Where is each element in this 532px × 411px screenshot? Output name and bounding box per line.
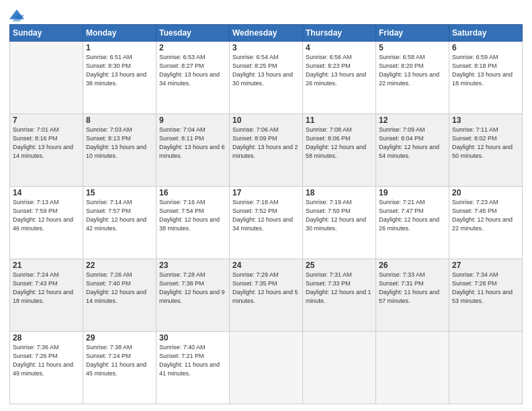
day-info: Sunrise: 7:01 AMSunset: 8:16 PMDaylight:… [13, 126, 80, 161]
calendar-week-row: 14Sunrise: 7:13 AMSunset: 7:59 PMDayligh… [10, 187, 523, 259]
day-number: 26 [379, 261, 446, 270]
day-info: Sunrise: 7:33 AMSunset: 7:31 PMDaylight:… [379, 271, 446, 306]
calendar-day-cell: 19Sunrise: 7:21 AMSunset: 7:47 PMDayligh… [376, 187, 449, 259]
calendar-day-cell: 1Sunrise: 6:51 AMSunset: 8:30 PMDaylight… [83, 42, 157, 114]
calendar-day-cell: 15Sunrise: 7:14 AMSunset: 7:57 PMDayligh… [83, 187, 157, 259]
day-number: 5 [379, 43, 446, 52]
calendar-week-row: 7Sunrise: 7:01 AMSunset: 8:16 PMDaylight… [10, 114, 523, 187]
day-info: Sunrise: 6:59 AMSunset: 8:18 PMDaylight:… [452, 53, 519, 88]
calendar-day-cell: 23Sunrise: 7:28 AMSunset: 7:38 PMDayligh… [157, 259, 230, 332]
day-number: 2 [159, 43, 226, 52]
calendar-week-row: 21Sunrise: 7:24 AMSunset: 7:43 PMDayligh… [10, 259, 523, 332]
calendar-day-cell: 5Sunrise: 6:58 AMSunset: 8:20 PMDaylight… [376, 42, 449, 114]
calendar-day-cell: 30Sunrise: 7:40 AMSunset: 7:21 PMDayligh… [157, 332, 230, 404]
day-info: Sunrise: 7:03 AMSunset: 8:13 PMDaylight:… [86, 126, 153, 161]
day-number: 8 [86, 116, 153, 125]
calendar-day-cell: 27Sunrise: 7:34 AMSunset: 7:28 PMDayligh… [449, 259, 523, 332]
calendar-day-cell: 26Sunrise: 7:33 AMSunset: 7:31 PMDayligh… [376, 259, 449, 332]
day-number: 25 [306, 261, 373, 270]
day-info: Sunrise: 7:21 AMSunset: 7:47 PMDaylight:… [379, 198, 446, 233]
day-number: 23 [159, 261, 226, 270]
day-info: Sunrise: 6:54 AMSunset: 8:25 PMDaylight:… [232, 53, 300, 88]
logo [9, 9, 26, 21]
weekday-header-friday: Friday [376, 25, 449, 42]
day-info: Sunrise: 7:23 AMSunset: 7:45 PMDaylight:… [452, 198, 519, 233]
calendar-day-cell [449, 332, 523, 404]
day-number: 12 [379, 116, 446, 125]
day-number: 10 [232, 116, 300, 125]
day-info: Sunrise: 7:13 AMSunset: 7:59 PMDaylight:… [13, 198, 80, 233]
day-info: Sunrise: 7:08 AMSunset: 8:06 PMDaylight:… [306, 126, 373, 161]
day-info: Sunrise: 7:31 AMSunset: 7:33 PMDaylight:… [306, 271, 373, 306]
weekday-header-monday: Monday [83, 25, 157, 42]
calendar-day-cell: 24Sunrise: 7:29 AMSunset: 7:35 PMDayligh… [230, 259, 303, 332]
day-number: 14 [13, 188, 80, 197]
day-info: Sunrise: 6:58 AMSunset: 8:20 PMDaylight:… [379, 53, 446, 88]
calendar-day-cell: 12Sunrise: 7:09 AMSunset: 8:04 PMDayligh… [376, 114, 449, 187]
day-number: 30 [159, 333, 226, 342]
calendar-week-row: 28Sunrise: 7:36 AMSunset: 7:26 PMDayligh… [10, 332, 523, 404]
weekday-header-thursday: Thursday [303, 25, 376, 42]
day-info: Sunrise: 7:38 AMSunset: 7:24 PMDaylight:… [86, 343, 153, 378]
day-number: 15 [86, 188, 153, 197]
day-info: Sunrise: 7:06 AMSunset: 8:09 PMDaylight:… [232, 126, 300, 161]
day-info: Sunrise: 7:28 AMSunset: 7:38 PMDaylight:… [159, 271, 226, 306]
calendar-day-cell: 20Sunrise: 7:23 AMSunset: 7:45 PMDayligh… [449, 187, 523, 259]
calendar-day-cell: 17Sunrise: 7:18 AMSunset: 7:52 PMDayligh… [230, 187, 303, 259]
calendar-day-cell: 28Sunrise: 7:36 AMSunset: 7:26 PMDayligh… [10, 332, 83, 404]
day-info: Sunrise: 6:51 AMSunset: 8:30 PMDaylight:… [86, 53, 153, 88]
calendar-day-cell: 25Sunrise: 7:31 AMSunset: 7:33 PMDayligh… [303, 259, 376, 332]
calendar-day-cell: 29Sunrise: 7:38 AMSunset: 7:24 PMDayligh… [83, 332, 157, 404]
calendar-day-cell [230, 332, 303, 404]
calendar-day-cell [376, 332, 449, 404]
weekday-header-saturday: Saturday [449, 25, 523, 42]
calendar-day-cell: 2Sunrise: 6:53 AMSunset: 8:27 PMDaylight… [157, 42, 230, 114]
day-number: 20 [452, 188, 519, 197]
calendar-day-cell: 4Sunrise: 6:56 AMSunset: 8:23 PMDaylight… [303, 42, 376, 114]
calendar-day-cell: 16Sunrise: 7:16 AMSunset: 7:54 PMDayligh… [157, 187, 230, 259]
day-info: Sunrise: 7:34 AMSunset: 7:28 PMDaylight:… [452, 271, 519, 306]
calendar-day-cell: 22Sunrise: 7:26 AMSunset: 7:40 PMDayligh… [83, 259, 157, 332]
calendar-day-cell: 11Sunrise: 7:08 AMSunset: 8:06 PMDayligh… [303, 114, 376, 187]
day-number: 19 [379, 188, 446, 197]
day-number: 4 [306, 43, 373, 52]
calendar-day-cell: 14Sunrise: 7:13 AMSunset: 7:59 PMDayligh… [10, 187, 83, 259]
day-number: 24 [232, 261, 300, 270]
weekday-header-tuesday: Tuesday [157, 25, 230, 42]
day-info: Sunrise: 7:16 AMSunset: 7:54 PMDaylight:… [159, 198, 226, 233]
day-number: 29 [86, 333, 153, 342]
day-number: 11 [306, 116, 373, 125]
weekday-header-sunday: Sunday [10, 25, 83, 42]
calendar-day-cell: 21Sunrise: 7:24 AMSunset: 7:43 PMDayligh… [10, 259, 83, 332]
calendar-day-cell: 6Sunrise: 6:59 AMSunset: 8:18 PMDaylight… [449, 42, 523, 114]
day-number: 3 [232, 43, 300, 52]
day-number: 9 [159, 116, 226, 125]
day-number: 17 [232, 188, 300, 197]
day-number: 16 [159, 188, 226, 197]
calendar-day-cell: 3Sunrise: 6:54 AMSunset: 8:25 PMDaylight… [230, 42, 303, 114]
calendar-day-cell: 8Sunrise: 7:03 AMSunset: 8:13 PMDaylight… [83, 114, 157, 187]
day-number: 1 [86, 43, 153, 52]
day-info: Sunrise: 6:53 AMSunset: 8:27 PMDaylight:… [159, 53, 226, 88]
day-info: Sunrise: 7:19 AMSunset: 7:50 PMDaylight:… [306, 198, 373, 233]
weekday-header-wednesday: Wednesday [230, 25, 303, 42]
calendar-day-cell [303, 332, 376, 404]
day-info: Sunrise: 7:24 AMSunset: 7:43 PMDaylight:… [13, 271, 80, 306]
day-info: Sunrise: 7:18 AMSunset: 7:52 PMDaylight:… [232, 198, 300, 233]
day-number: 22 [86, 261, 153, 270]
weekday-header-row: SundayMondayTuesdayWednesdayThursdayFrid… [10, 25, 523, 42]
calendar-day-cell: 7Sunrise: 7:01 AMSunset: 8:16 PMDaylight… [10, 114, 83, 187]
day-number: 27 [452, 261, 519, 270]
calendar-day-cell: 18Sunrise: 7:19 AMSunset: 7:50 PMDayligh… [303, 187, 376, 259]
day-info: Sunrise: 7:26 AMSunset: 7:40 PMDaylight:… [86, 271, 153, 306]
day-number: 6 [452, 43, 519, 52]
calendar-week-row: 1Sunrise: 6:51 AMSunset: 8:30 PMDaylight… [10, 42, 523, 114]
logo-icon [9, 9, 24, 21]
calendar-day-cell: 9Sunrise: 7:04 AMSunset: 8:11 PMDaylight… [157, 114, 230, 187]
day-info: Sunrise: 7:09 AMSunset: 8:04 PMDaylight:… [379, 126, 446, 161]
day-info: Sunrise: 7:11 AMSunset: 8:02 PMDaylight:… [452, 126, 519, 161]
calendar-day-cell: 13Sunrise: 7:11 AMSunset: 8:02 PMDayligh… [449, 114, 523, 187]
day-number: 7 [13, 116, 80, 125]
day-info: Sunrise: 7:14 AMSunset: 7:57 PMDaylight:… [86, 198, 153, 233]
calendar-day-cell: 10Sunrise: 7:06 AMSunset: 8:09 PMDayligh… [230, 114, 303, 187]
